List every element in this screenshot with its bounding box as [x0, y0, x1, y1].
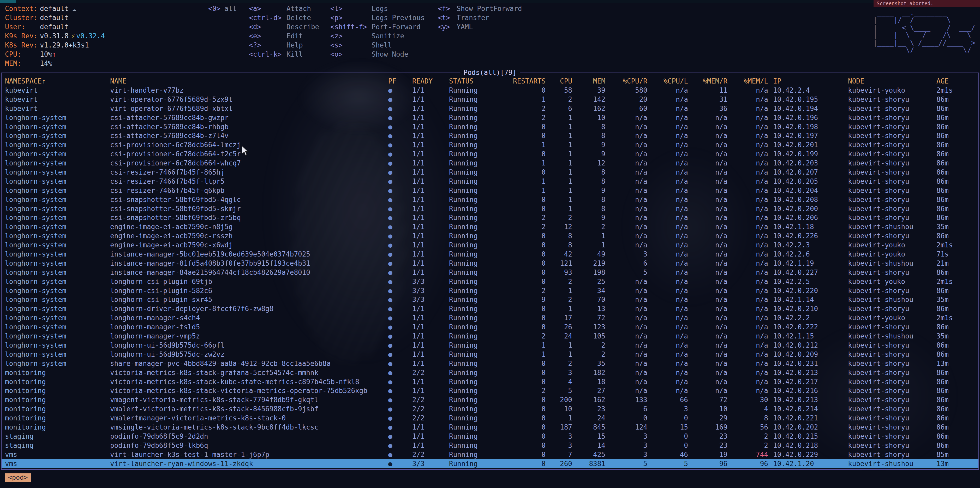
pod-row[interactable]: longhorn-systemlonghorn-ui-56d9b575dc-zw…	[2, 350, 978, 359]
pod-row[interactable]: longhorn-systeminstance-manager-5bc01eeb…	[2, 250, 978, 259]
cell-name: instance-manager-5bc01eeb519c0ed639e504e…	[110, 250, 388, 259]
cell-mem: 182	[572, 368, 605, 377]
column-header-restarts[interactable]: RESTARTS	[513, 77, 546, 86]
pod-row[interactable]: longhorn-systemcsi-snapshotter-58bf69fbd…	[2, 204, 978, 213]
column-header-ready[interactable]: READY	[412, 77, 449, 86]
hotkey-item[interactable]: <shift-f>Port-Forward	[330, 22, 425, 32]
pod-row[interactable]: longhorn-systemengine-image-ei-acb7590c-…	[2, 241, 978, 250]
hotkey-item[interactable]: <f>Show PortForward	[438, 4, 522, 13]
pod-row[interactable]: longhorn-systemcsi-resizer-7466f7b45f-lt…	[2, 177, 978, 186]
cell-age: 86m	[936, 232, 978, 241]
cell-age: 2m1s	[936, 241, 978, 250]
cell-mem: 8	[572, 168, 605, 177]
hotkey-item[interactable]: <y>YAML	[438, 22, 522, 32]
pod-row[interactable]: monitoringvmalert-victoria-metrics-k8s-s…	[2, 404, 978, 413]
pod-row[interactable]: monitoringvmagent-victoria-metrics-k8s-s…	[2, 395, 978, 404]
cell-age: 35m	[936, 295, 978, 304]
pod-row[interactable]: monitoringvmalertmanager-victoria-metric…	[2, 413, 978, 423]
pod-row[interactable]: stagingpodinfo-79db68f5c9-lkb6q●1/1Runni…	[2, 441, 978, 450]
pod-row[interactable]: longhorn-systeminstance-manager-81fd5a40…	[2, 259, 978, 268]
pod-row[interactable]: longhorn-systemcsi-resizer-7466f7b45f-q6…	[2, 186, 978, 195]
hotkey-item[interactable]: <0>all	[208, 4, 237, 13]
hotkey-item[interactable]: <p>Logs Previous	[330, 13, 425, 22]
pod-row[interactable]: kubevirtvirt-handler-v77bz●1/1Running058…	[2, 86, 978, 95]
column-header-cpu-l[interactable]: %CPU/L	[648, 77, 688, 86]
column-header-mem[interactable]: MEM	[572, 77, 605, 86]
column-header-namespace[interactable]: NAMESPACE↑	[5, 77, 110, 86]
hotkey-item[interactable]: <s>Shell	[330, 41, 425, 50]
pod-row[interactable]: stagingpodinfo-79db68f5c9-2d2dn●1/1Runni…	[2, 432, 978, 441]
pod-row[interactable]: longhorn-systemlonghorn-driver-deployer-…	[2, 304, 978, 313]
pf-indicator-icon: ●	[388, 213, 412, 223]
pod-row[interactable]: longhorn-systemcsi-resizer-7466f7b45f-86…	[2, 168, 978, 177]
column-header-status[interactable]: STATUS	[449, 77, 513, 86]
hotkey-item[interactable]: <e>Edit	[249, 32, 319, 41]
pod-row[interactable]: longhorn-systemcsi-attacher-57689cc84b-g…	[2, 113, 978, 122]
pod-row[interactable]: longhorn-systemcsi-attacher-57689cc84b-z…	[2, 131, 978, 140]
cell-status: Running	[449, 441, 513, 450]
hotkey-key: <y>	[438, 22, 457, 32]
cell-cpu-l: 5	[648, 459, 688, 469]
pod-row[interactable]: longhorn-systemcsi-snapshotter-58bf69fbd…	[2, 195, 978, 204]
hotkey-item[interactable]: <l>Logs	[330, 4, 425, 13]
column-header-mem-l[interactable]: %MEM/L	[727, 77, 768, 86]
cell-age: 86m	[936, 140, 978, 149]
pod-row[interactable]: longhorn-systemlonghorn-csi-plugin-sxr45…	[2, 295, 978, 304]
pod-row[interactable]: monitoringvictoria-metrics-k8s-stack-gra…	[2, 368, 978, 377]
cell-mem-r: n/a	[688, 286, 727, 296]
pod-row[interactable]: longhorn-systemshare-manager-pvc-4bbd842…	[2, 359, 978, 368]
column-header-name[interactable]: NAME	[110, 77, 388, 86]
hotkey-item[interactable]: <a>Attach	[249, 4, 319, 13]
column-header-cpu[interactable]: CPU	[546, 77, 572, 86]
pod-row[interactable]: monitoringvictoria-metrics-k8s-stack-kub…	[2, 377, 978, 386]
cell-name: vmalert-victoria-metrics-k8s-stack-84569…	[110, 404, 388, 413]
cell-ready: 1/1	[412, 168, 449, 177]
hotkey-item[interactable]: <d>Describe	[249, 22, 319, 32]
pod-row[interactable]: longhorn-systemcsi-provisioner-6c78dcb66…	[2, 149, 978, 159]
pod-row[interactable]: vmsvirt-launcher-ryan-windows-11-zkdqk●3…	[2, 459, 978, 469]
cell-mem: 9	[572, 186, 605, 195]
hotkey-item[interactable]: <o>Show Node	[330, 50, 425, 59]
cell-namespace: kubevirt	[5, 86, 110, 95]
column-header-ip[interactable]: IP	[768, 77, 848, 86]
cell-cpu-r: 6	[605, 404, 648, 413]
pod-row[interactable]: longhorn-systemcsi-snapshotter-58bf69fbd…	[2, 213, 978, 223]
pod-row[interactable]: longhorn-systemlonghorn-manager-tsld5●1/…	[2, 323, 978, 332]
cell-restarts: 0	[513, 122, 546, 132]
cell-restarts: 2	[513, 113, 546, 122]
pod-row[interactable]: monitoringvmsingle-victoria-metrics-k8s-…	[2, 423, 978, 432]
pod-row[interactable]: kubevirtvirt-operator-6776f5689d-5zx9t●1…	[2, 95, 978, 104]
pod-row[interactable]: longhorn-systeminstance-manager-84ae2159…	[2, 268, 978, 277]
cell-mem-r: 23	[688, 432, 727, 441]
breadcrumb-pod[interactable]: <pod>	[5, 474, 31, 482]
pod-row[interactable]: longhorn-systemcsi-provisioner-6c78dcb66…	[2, 159, 978, 168]
hotkey-item[interactable]: <?>Help	[249, 41, 319, 50]
pod-row[interactable]: longhorn-systemengine-image-ei-acb7590c-…	[2, 232, 978, 241]
pod-row[interactable]: longhorn-systemlonghorn-manager-s4ch4●1/…	[2, 313, 978, 323]
cell-age: 86m	[936, 104, 978, 113]
hotkey-item[interactable]: <ctrl-d>Delete	[249, 13, 319, 22]
column-header-pf[interactable]: PF	[388, 77, 412, 86]
hotkey-item[interactable]: <ctrl-k>Kill	[249, 50, 319, 59]
cell-mem: 2	[572, 341, 605, 350]
cell-restarts: 2	[513, 286, 546, 296]
pod-row[interactable]: vmsvirt-launcher-k3s-test-1-master-1-j6p…	[2, 450, 978, 459]
column-header-cpu-r[interactable]: %CPU/R	[605, 77, 648, 86]
column-header-age[interactable]: AGE	[936, 77, 978, 86]
pod-row[interactable]: kubevirtvirt-operator-6776f5689d-xbtxl●1…	[2, 104, 978, 113]
pod-row[interactable]: longhorn-systemcsi-provisioner-6c78dcb66…	[2, 140, 978, 149]
column-header-mem-r[interactable]: %MEM/R	[688, 77, 727, 86]
hotkey-key: <l>	[330, 4, 372, 13]
pod-row[interactable]: longhorn-systemlonghorn-csi-plugin-69tjb…	[2, 277, 978, 286]
pod-row[interactable]: monitoringvictoria-metrics-k8s-stack-vic…	[2, 386, 978, 395]
hotkey-item[interactable]: <z>Sanitize	[330, 32, 425, 41]
upgrade-version: v0.32.4	[76, 32, 105, 40]
hotkey-item[interactable]: <t>Transfer	[438, 13, 522, 22]
pod-row[interactable]: longhorn-systemengine-image-ei-acb7590c-…	[2, 223, 978, 232]
cell-age: 86m	[936, 95, 978, 104]
pod-row[interactable]: longhorn-systemlonghorn-csi-plugin-582c6…	[2, 286, 978, 296]
pod-row[interactable]: longhorn-systemlonghorn-manager-vmp5z●1/…	[2, 332, 978, 341]
column-header-node[interactable]: NODE	[848, 77, 936, 86]
pod-row[interactable]: longhorn-systemcsi-attacher-57689cc84b-r…	[2, 122, 978, 132]
pod-row[interactable]: longhorn-systemlonghorn-ui-56d9b575dc-66…	[2, 341, 978, 350]
